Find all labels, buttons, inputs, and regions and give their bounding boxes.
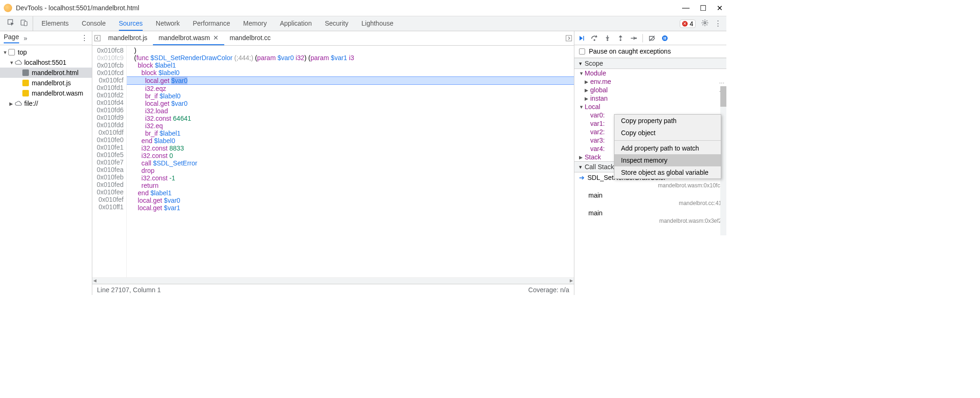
scope-module-item[interactable]: ▶global… bbox=[574, 86, 726, 94]
file-icon bbox=[22, 90, 29, 96]
tree-file-wasm[interactable]: mandelbrot.wasm bbox=[0, 88, 92, 98]
debugger-toolbar bbox=[574, 31, 726, 45]
context-menu-item[interactable]: Copy property path bbox=[614, 115, 721, 127]
code-line[interactable]: local.get $var0 bbox=[127, 100, 574, 107]
code-line[interactable]: i32.eqz bbox=[127, 85, 574, 92]
scope-local-row[interactable]: ▼Local bbox=[574, 103, 726, 111]
page-tab[interactable]: Page bbox=[4, 33, 19, 43]
nav-back-icon[interactable] bbox=[92, 31, 103, 45]
maximize-button[interactable]: ☐ bbox=[700, 4, 706, 13]
file-icon bbox=[22, 69, 29, 76]
panel-tab-security[interactable]: Security bbox=[325, 16, 349, 31]
scope-section-head[interactable]: ▼Scope bbox=[574, 58, 726, 69]
more-menu-icon[interactable]: ⋮ bbox=[714, 19, 722, 28]
code-line[interactable]: i32.const -1 bbox=[127, 174, 574, 182]
code-line[interactable]: end $label0 bbox=[127, 137, 574, 144]
code-line[interactable]: i32.load bbox=[127, 107, 574, 115]
code-line[interactable]: i32.const 8833 bbox=[127, 144, 574, 152]
step-into-icon[interactable] bbox=[603, 34, 612, 42]
inspect-element-icon[interactable] bbox=[7, 19, 15, 28]
context-menu-item[interactable]: Store object as global variable bbox=[614, 166, 721, 178]
editor-tab[interactable]: mandelbrot.wasm✕ bbox=[153, 31, 224, 45]
code-line[interactable]: (func $SDL_SetRenderDrawColor (;444;) (p… bbox=[127, 54, 574, 62]
pause-on-exceptions-checkbox[interactable] bbox=[579, 48, 585, 55]
code-line[interactable]: block $label1 bbox=[127, 62, 574, 69]
cloud-icon bbox=[15, 60, 22, 65]
error-count-badge[interactable]: ✕ 4 bbox=[680, 20, 696, 28]
close-button[interactable]: ✕ bbox=[717, 4, 723, 13]
editor-status-bar: Line 27107, Column 1 Coverage: n/a bbox=[92, 284, 574, 295]
more-tabs-icon[interactable]: » bbox=[24, 34, 28, 42]
code-line[interactable]: i32.const 0 bbox=[127, 152, 574, 159]
code-line[interactable]: local.get $var1 bbox=[127, 204, 574, 212]
editor-area: mandelbrot.jsmandelbrot.wasm✕mandelbrot.… bbox=[92, 31, 574, 295]
scope-module-row[interactable]: ▼Module bbox=[574, 69, 726, 77]
close-tab-icon[interactable]: ✕ bbox=[213, 34, 219, 41]
context-menu-item[interactable]: Add property path to watch bbox=[614, 142, 721, 154]
code-line[interactable]: i32.eq bbox=[127, 122, 574, 130]
panel-tab-application[interactable]: Application bbox=[280, 16, 312, 31]
deactivate-breakpoints-icon[interactable] bbox=[648, 34, 656, 42]
debugger-panel: Pause on caught exceptions ▼Scope ▼Modul… bbox=[574, 31, 726, 295]
minimize-button[interactable]: — bbox=[682, 4, 690, 12]
code-line[interactable]: br_if $label0 bbox=[127, 92, 574, 100]
tree-file-scheme[interactable]: ▶ file:// bbox=[0, 98, 92, 109]
svg-rect-4 bbox=[95, 35, 100, 41]
scope-module-item[interactable]: ▶instan bbox=[574, 94, 726, 103]
code-editor[interactable]: ) (func $SDL_SetRenderDrawColor (;444;) … bbox=[127, 46, 574, 277]
step-icon[interactable] bbox=[629, 34, 638, 42]
code-line[interactable]: br_if $label1 bbox=[127, 130, 574, 137]
resume-icon[interactable] bbox=[577, 34, 586, 42]
svg-point-10 bbox=[635, 37, 637, 39]
sidebar-menu-icon[interactable]: ⋮ bbox=[81, 34, 88, 42]
step-out-icon[interactable] bbox=[616, 34, 625, 42]
scope-module-item[interactable]: ▶env.me… bbox=[574, 77, 726, 86]
sources-sidebar: Page » ⋮ ▼ top ▼ localhost:5501 mandelbr… bbox=[0, 31, 92, 295]
editor-tab[interactable]: mandelbrot.js bbox=[103, 31, 153, 45]
context-menu-item[interactable]: Inspect memory bbox=[614, 154, 721, 166]
error-icon: ✕ bbox=[682, 21, 688, 27]
active-frame-icon: ➔ bbox=[579, 174, 585, 181]
window-icon bbox=[8, 49, 15, 55]
panel-tab-memory[interactable]: Memory bbox=[243, 16, 267, 31]
context-menu-item[interactable]: Copy object bbox=[614, 127, 721, 139]
code-line[interactable]: return bbox=[127, 182, 574, 189]
nav-forward-icon[interactable] bbox=[564, 31, 574, 45]
tree-origin[interactable]: ▼ localhost:5501 bbox=[0, 57, 92, 68]
svg-rect-2 bbox=[24, 21, 27, 26]
gutter: 0x010fc80x010fc90x010fcb0x010fcd0x010fcf… bbox=[92, 46, 127, 277]
panel-tab-elements[interactable]: Elements bbox=[41, 16, 69, 31]
code-line[interactable]: drop bbox=[127, 167, 574, 174]
svg-rect-5 bbox=[566, 35, 572, 41]
code-line[interactable]: i32.const 64641 bbox=[127, 115, 574, 122]
pause-on-exceptions-row[interactable]: Pause on caught exceptions bbox=[574, 45, 726, 58]
code-line[interactable]: ) bbox=[127, 47, 574, 54]
device-toolbar-icon[interactable] bbox=[21, 19, 28, 28]
window-controls: — ☐ ✕ bbox=[682, 4, 723, 13]
horizontal-scrollbar[interactable] bbox=[92, 277, 574, 284]
svg-rect-6 bbox=[583, 36, 584, 41]
step-over-icon[interactable] bbox=[590, 34, 599, 42]
cursor-position: Line 27107, Column 1 bbox=[97, 286, 528, 294]
pause-exceptions-icon[interactable] bbox=[661, 34, 669, 42]
panel-tab-network[interactable]: Network bbox=[156, 16, 179, 31]
code-line[interactable]: local.get $var0 bbox=[127, 197, 574, 204]
tree-file-html[interactable]: mandelbrot.html bbox=[0, 68, 92, 78]
panel-tab-sources[interactable]: Sources bbox=[119, 16, 143, 31]
editor-tab[interactable]: mandelbrot.cc bbox=[224, 31, 276, 45]
code-line[interactable]: call $SDL_SetError bbox=[127, 159, 574, 167]
panel-tab-lighthouse[interactable]: Lighthouse bbox=[361, 16, 393, 31]
tree-top[interactable]: ▼ top bbox=[0, 47, 92, 57]
tree-file-js[interactable]: mandelbrot.js bbox=[0, 78, 92, 88]
devtools-toolbar: ElementsConsoleSourcesNetworkPerformance… bbox=[0, 16, 726, 31]
window-title: DevTools - localhost:5501/mandelbrot.htm… bbox=[16, 4, 682, 12]
callstack-frame[interactable]: mainmandelbrot.wasm:0x3ef2 bbox=[574, 208, 726, 226]
panel-tab-performance[interactable]: Performance bbox=[193, 16, 230, 31]
settings-gear-icon[interactable] bbox=[701, 19, 709, 28]
svg-rect-12 bbox=[664, 37, 665, 40]
code-line[interactable]: end $label1 bbox=[127, 189, 574, 197]
code-line[interactable]: local.get $var0 bbox=[127, 76, 574, 85]
code-line[interactable]: block $label0 bbox=[127, 69, 574, 76]
panel-tab-console[interactable]: Console bbox=[82, 16, 105, 31]
callstack-frame[interactable]: mainmandelbrot.cc:41 bbox=[574, 190, 726, 208]
